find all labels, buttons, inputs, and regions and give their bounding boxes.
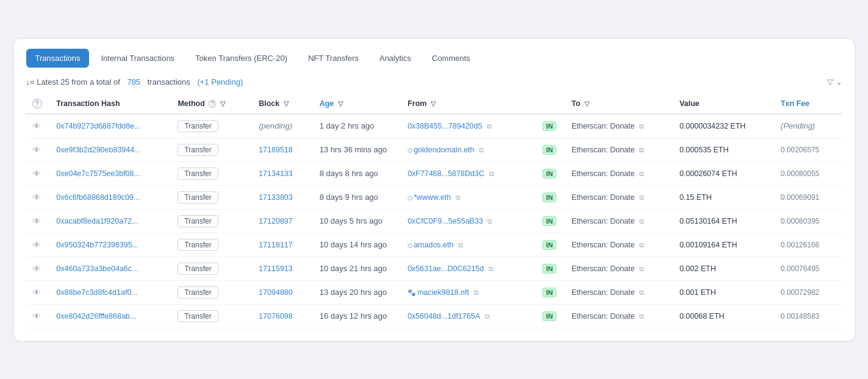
tx-hash-link[interactable]: 0xe8042d26fffe868ab... bbox=[56, 312, 136, 321]
table-row: 👁 0xe04e7c7575ee3bf08... Transfer 171341… bbox=[26, 161, 842, 185]
value-amount: 0.000535 ETH bbox=[680, 146, 729, 154]
copy-to-icon[interactable]: ⧉ bbox=[639, 170, 644, 177]
row-eye-cell: 👁 bbox=[26, 114, 51, 138]
copy-from-icon[interactable]: ⧉ bbox=[489, 265, 493, 272]
copy-to-icon[interactable]: ⧉ bbox=[639, 265, 644, 272]
row-method-cell: Transfer bbox=[171, 138, 253, 161]
eye-icon[interactable]: 👁 bbox=[32, 264, 41, 274]
tx-hash-link[interactable]: 0x460a733a3be04a6c... bbox=[56, 264, 138, 273]
copy-to-icon[interactable]: ⧉ bbox=[639, 194, 644, 201]
tx-hash-link[interactable]: 0x74b9273d6887fdd8e... bbox=[56, 122, 140, 130]
block-link[interactable]: 17189518 bbox=[259, 146, 293, 154]
copy-to-icon[interactable]: ⧉ bbox=[639, 241, 644, 249]
row-to-cell: Etherscan: Donate ⧉ bbox=[565, 280, 673, 304]
tx-hash-link[interactable]: 0x88be7c3d8fc4d1af0... bbox=[56, 288, 137, 297]
copy-from-icon[interactable]: ⧉ bbox=[485, 313, 490, 320]
row-method-cell: Transfer bbox=[171, 304, 253, 328]
copy-to-icon[interactable]: ⧉ bbox=[639, 289, 644, 296]
tab-internal-transactions[interactable]: Internal Transactions bbox=[91, 49, 184, 68]
tx-hash-link[interactable]: 0xe04e7c7575ee3bf08... bbox=[56, 169, 140, 178]
fee-value: 0.00206575 bbox=[781, 146, 819, 154]
eye-icon[interactable]: 👁 bbox=[32, 288, 41, 297]
col-header-age[interactable]: Age ▽ bbox=[314, 94, 401, 114]
block-link[interactable]: 17134133 bbox=[259, 169, 293, 178]
summary-pending[interactable]: (+1 Pending) bbox=[197, 77, 243, 87]
from-link[interactable]: 0x38B455...789420d5 bbox=[407, 122, 482, 130]
copy-from-icon[interactable]: ⧉ bbox=[458, 241, 463, 249]
filter-dropdown[interactable]: ▽ ⌄ bbox=[827, 77, 842, 87]
ens-icon: ◇ bbox=[407, 146, 412, 154]
row-fee-cell: 0.00080395 bbox=[775, 209, 842, 233]
tab-transactions[interactable]: Transactions bbox=[26, 49, 90, 68]
copy-to-icon[interactable]: ⧉ bbox=[639, 146, 644, 154]
copy-to-icon[interactable]: ⧉ bbox=[639, 313, 644, 320]
fee-value: 0.00076495 bbox=[781, 264, 819, 273]
copy-from-icon[interactable]: ⧉ bbox=[474, 289, 479, 296]
tab-comments[interactable]: Comments bbox=[423, 49, 479, 68]
row-fee-cell: 0.00126166 bbox=[775, 233, 842, 257]
value-amount: 0.00109164 ETH bbox=[680, 241, 737, 249]
row-age-cell: 8 days 8 hrs ago bbox=[314, 161, 401, 185]
copy-from-icon[interactable]: ⧉ bbox=[487, 218, 492, 225]
row-block-cell: 17118117 bbox=[253, 233, 314, 257]
block-link[interactable]: 17133803 bbox=[259, 193, 293, 202]
copy-from-icon[interactable]: ⧉ bbox=[487, 122, 492, 130]
method-badge: Transfer bbox=[178, 286, 218, 299]
block-link[interactable]: 17076098 bbox=[259, 312, 293, 321]
row-method-cell: Transfer bbox=[171, 280, 253, 304]
eye-icon[interactable]: 👁 bbox=[32, 169, 41, 179]
block-link[interactable]: 17118117 bbox=[259, 241, 293, 249]
value-amount: 0.001 ETH bbox=[680, 288, 716, 297]
fee-value: 0.00080055 bbox=[781, 169, 819, 178]
tx-hash-link[interactable]: 0xacabf8eda1f920a72... bbox=[56, 217, 138, 225]
copy-to-icon[interactable]: ⧉ bbox=[639, 122, 644, 130]
from-filter-icon[interactable]: ▽ bbox=[431, 100, 436, 108]
copy-from-icon[interactable]: ⧉ bbox=[489, 170, 494, 177]
row-method-cell: Transfer bbox=[171, 185, 253, 209]
eye-icon[interactable]: 👁 bbox=[32, 240, 41, 250]
row-dir-cell: IN bbox=[536, 209, 565, 233]
copy-to-icon[interactable]: ⧉ bbox=[639, 218, 644, 225]
eye-icon[interactable]: 👁 bbox=[32, 121, 41, 131]
row-to-cell: Etherscan: Donate ⧉ bbox=[565, 161, 673, 185]
row-to-cell: Etherscan: Donate ⧉ bbox=[565, 304, 673, 328]
row-fee-cell: 0.00080055 bbox=[775, 161, 842, 185]
eye-icon[interactable]: 👁 bbox=[32, 193, 41, 202]
tx-hash-link[interactable]: 0x950324b772398395... bbox=[56, 241, 138, 249]
age-filter-icon[interactable]: ▽ bbox=[338, 100, 343, 108]
from-link[interactable]: 0xF77468...5878Dd3C bbox=[407, 169, 484, 178]
col-header-value: Value bbox=[673, 94, 775, 114]
method-filter-icon[interactable]: ▽ bbox=[220, 100, 225, 108]
eye-icon[interactable]: 👁 bbox=[32, 216, 41, 226]
filter-chevron-icon: ⌄ bbox=[836, 77, 842, 87]
eye-icon[interactable]: 👁 bbox=[32, 145, 41, 155]
eye-icon[interactable]: 👁 bbox=[32, 311, 41, 321]
direction-badge: IN bbox=[542, 193, 556, 202]
copy-from-icon[interactable]: ⧉ bbox=[479, 146, 484, 154]
block-link[interactable]: 17115913 bbox=[259, 264, 293, 273]
tx-hash-link[interactable]: 0xe9f3b2d290eb83944... bbox=[56, 146, 140, 154]
row-hash-cell: 0x460a733a3be04a6c... bbox=[50, 257, 171, 280]
copy-from-icon[interactable]: ⧉ bbox=[456, 194, 461, 201]
tab-analytics[interactable]: Analytics bbox=[370, 49, 420, 68]
from-link[interactable]: amados.eth bbox=[414, 241, 453, 249]
block-link[interactable]: 17094880 bbox=[259, 288, 293, 297]
from-link[interactable]: *wwww.eth bbox=[414, 193, 451, 202]
to-filter-icon[interactable]: ▽ bbox=[584, 100, 589, 108]
from-link[interactable]: 0xCfC0F9...5e55aB33 bbox=[407, 217, 483, 225]
tab-nft-transfers[interactable]: NFT Transfers bbox=[299, 49, 368, 68]
row-from-cell: 0xCfC0F9...5e55aB33 ⧉ bbox=[401, 209, 536, 233]
block-link[interactable]: 17120897 bbox=[259, 217, 293, 225]
from-link[interactable]: 0x56048d...1df1765A bbox=[407, 312, 480, 321]
tab-token-transfers[interactable]: Token Transfers (ERC-20) bbox=[186, 49, 296, 68]
from-link[interactable]: maciek9818.nft bbox=[417, 288, 469, 297]
fee-value: 0.00069091 bbox=[781, 193, 819, 202]
row-block-cell: 17094880 bbox=[253, 280, 314, 304]
from-link[interactable]: 0x5631ae...D0C6215d bbox=[407, 264, 484, 273]
from-link[interactable]: goldendomain.eth bbox=[414, 146, 474, 154]
block-filter-icon[interactable]: ▽ bbox=[284, 100, 289, 108]
summary-prefix: ↓= Latest 25 from a total of bbox=[26, 77, 120, 87]
to-value: Etherscan: Donate bbox=[572, 193, 635, 202]
ens-icon: ◇ bbox=[407, 194, 412, 201]
tx-hash-link[interactable]: 0x6c6fb68868d189c09... bbox=[56, 193, 140, 202]
